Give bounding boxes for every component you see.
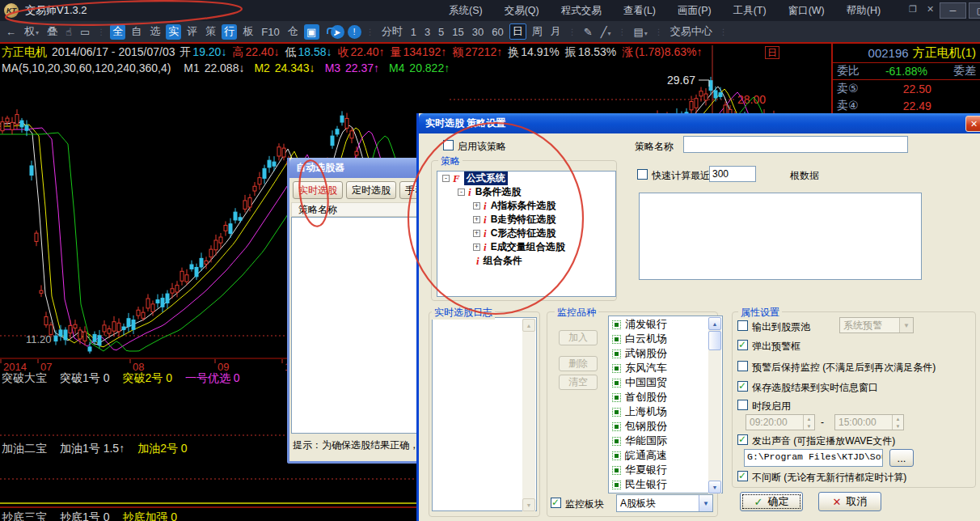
period-week-button[interactable]: 周 xyxy=(530,23,545,40)
log-listbox[interactable]: ▲ ▼ xyxy=(432,317,537,511)
quick-calc-checkbox-box[interactable] xyxy=(637,169,648,180)
tree-expand-icon[interactable]: + xyxy=(473,216,480,223)
monitor-block-checkbox[interactable]: 监控板块 xyxy=(551,498,604,511)
period-day-button[interactable]: 日 xyxy=(509,23,526,40)
tree-node-label[interactable]: 公式系统 xyxy=(464,172,508,185)
time-range-checkbox[interactable]: 时段启用 xyxy=(737,400,791,413)
hand-tool-icon[interactable]: ☝ xyxy=(63,25,74,39)
add-button[interactable]: 加入 xyxy=(559,330,598,345)
realtime-button[interactable]: 实 xyxy=(166,24,181,40)
stock-list-item[interactable]: 中国国贸 xyxy=(610,375,708,390)
tree-expand-icon[interactable]: - xyxy=(458,188,465,196)
strategy-tree[interactable]: -F公式系统-iB条件选股+iA指标条件选股+iB走势特征选股+iC形态特征选股… xyxy=(437,171,616,297)
ruler-tool-icon[interactable]: ▭ xyxy=(78,25,92,39)
time-to-spinner[interactable]: 15:00:00 ▲▼ xyxy=(834,414,904,430)
stock-list-item[interactable]: 东风汽车 xyxy=(610,361,708,375)
tree-node[interactable]: +iE成交量组合选股 xyxy=(437,240,615,254)
block-combo[interactable]: A股板块 ▼ xyxy=(616,494,713,512)
menu-item[interactable]: 交易(Q) xyxy=(505,4,539,18)
trade-center-button[interactable]: 交易中心 xyxy=(668,23,715,40)
tree-node[interactable]: -iB条件选股 xyxy=(437,185,615,199)
period-30-button[interactable]: 30 xyxy=(470,25,486,39)
tree-node-label[interactable]: B走势特征选股 xyxy=(491,213,556,227)
tree-node[interactable]: -F公式系统 xyxy=(437,172,615,185)
sound-checkbox[interactable]: 发出声音 (可指定播放WAVE文件) xyxy=(737,434,895,448)
period-month-button[interactable]: 月 xyxy=(548,23,564,40)
enable-strategy-checkbox-box[interactable] xyxy=(443,140,454,150)
stock-list-item[interactable]: 民生银行 xyxy=(610,477,708,492)
stock-list-item[interactable]: 华夏银行 xyxy=(610,463,708,477)
dialog-titlebar[interactable]: 实时选股 策略设置 xyxy=(419,113,980,133)
picker-tab-1[interactable]: 实时选股 xyxy=(293,181,343,199)
custom-stocks-button[interactable]: 自 xyxy=(129,23,144,40)
quotes-button[interactable]: 行 xyxy=(222,24,237,40)
dialog-close-button[interactable]: ✕ xyxy=(965,116,980,132)
stock-list-item[interactable]: 浦发银行 xyxy=(610,317,708,332)
minimize-button[interactable]: ─ xyxy=(940,2,966,19)
sound-path-input[interactable]: G:\Program Files\KTJD\Sound xyxy=(744,449,883,467)
tree-node[interactable]: +iA指标条件选股 xyxy=(437,199,615,213)
scroll-down-icon[interactable]: ▼ xyxy=(708,481,721,493)
period-3-button[interactable]: 3 xyxy=(422,25,433,39)
keep-monitor-checkbox-box[interactable] xyxy=(737,361,748,371)
clear-button[interactable]: 清空 xyxy=(559,375,598,390)
quick-calc-input[interactable]: 300 xyxy=(709,166,756,182)
menu-item[interactable]: 查看(L) xyxy=(623,4,656,18)
maximize-button[interactable]: ▢ xyxy=(969,2,980,19)
stock-list-item[interactable]: 武钢股份 xyxy=(610,346,708,361)
tree-expand-icon[interactable]: + xyxy=(473,202,480,210)
nonstop-checkbox-box[interactable] xyxy=(737,471,748,481)
period-5-button[interactable]: 5 xyxy=(436,25,446,39)
stock-list-item[interactable]: 上海机场 xyxy=(610,405,708,419)
tree-expand-icon[interactable]: - xyxy=(442,175,450,182)
tree-node-label[interactable]: E成交量组合选股 xyxy=(491,240,565,254)
back-icon[interactable]: ← xyxy=(3,25,19,39)
menu-item[interactable]: 程式交易 xyxy=(561,4,602,18)
line-tool-icon[interactable]: ╱▾ xyxy=(598,25,614,39)
monitor-block-checkbox-box[interactable] xyxy=(551,498,561,508)
output-pool-checkbox[interactable]: 输出到股票池 xyxy=(737,320,810,334)
overlay-tool[interactable]: 叠 xyxy=(44,23,60,40)
stock-list-item[interactable]: 皖通高速 xyxy=(610,448,708,463)
quick-calc-checkbox[interactable]: 快速计算最近 xyxy=(637,169,710,183)
save-result-checkbox[interactable]: 保存选股结果到实时信息窗口 xyxy=(737,381,878,395)
tree-expand-icon[interactable]: + xyxy=(473,244,480,251)
tree-node[interactable]: +iC形态特征选股 xyxy=(437,227,615,240)
pool-combo[interactable]: 系统预警 ▼ xyxy=(839,317,914,333)
tree-node-label[interactable]: A指标条件选股 xyxy=(491,199,556,213)
stock-list-item[interactable]: 包钢股份 xyxy=(610,419,708,434)
time-range-checkbox-box[interactable] xyxy=(737,400,748,410)
sound-checkbox-box[interactable] xyxy=(737,434,748,445)
nonstop-checkbox[interactable]: 不间断 (无论有无新行情都定时计算) xyxy=(737,471,906,485)
alert-icon[interactable]: ! xyxy=(348,25,361,39)
tree-node-label[interactable]: C形态特征选股 xyxy=(491,227,556,240)
strategy-description-box[interactable] xyxy=(639,193,922,280)
log-scrollbar[interactable]: ▲ ▼ xyxy=(522,319,535,511)
menu-item[interactable]: 系统(S) xyxy=(449,4,483,18)
quote-header[interactable]: 002196 方正电机(1) xyxy=(833,44,980,63)
stock-list-item[interactable]: 华能国际 xyxy=(610,434,708,448)
select-button[interactable]: 选 xyxy=(147,23,163,40)
scroll-up-icon[interactable]: ▲ xyxy=(522,319,535,332)
picker-tab-2[interactable]: 定时选股 xyxy=(346,181,396,199)
chevron-down-icon[interactable]: ▼ xyxy=(699,495,712,511)
stock-scrollbar[interactable]: ▲ ▼ xyxy=(708,317,721,493)
review-button[interactable]: 评 xyxy=(184,23,200,40)
position-button[interactable]: 仓 xyxy=(285,23,301,40)
quote-row[interactable]: 卖④22.49 xyxy=(833,97,980,114)
popup-alert-checkbox[interactable]: 弹出预警框 xyxy=(737,340,800,354)
ok-button[interactable]: ✓ 确定 xyxy=(740,492,803,511)
scroll-up-icon[interactable]: ▲ xyxy=(708,317,721,330)
layers-icon[interactable]: ▣ xyxy=(304,24,319,40)
menu-item[interactable]: 画面(P) xyxy=(678,4,712,18)
rights-dropdown[interactable]: 权▾ xyxy=(22,23,41,40)
strategy-name-input[interactable] xyxy=(683,136,908,153)
menu-item[interactable]: 帮助(H) xyxy=(847,4,881,18)
scrollbar-thumb[interactable] xyxy=(708,331,721,350)
tree-node-label[interactable]: B条件选股 xyxy=(475,185,522,199)
output-pool-checkbox-box[interactable] xyxy=(737,320,748,331)
child-restore-icon[interactable]: ❐ xyxy=(909,4,917,15)
board-button[interactable]: 板 xyxy=(240,23,256,40)
period-60-button[interactable]: 60 xyxy=(489,25,505,39)
period-15-button[interactable]: 15 xyxy=(450,25,466,39)
